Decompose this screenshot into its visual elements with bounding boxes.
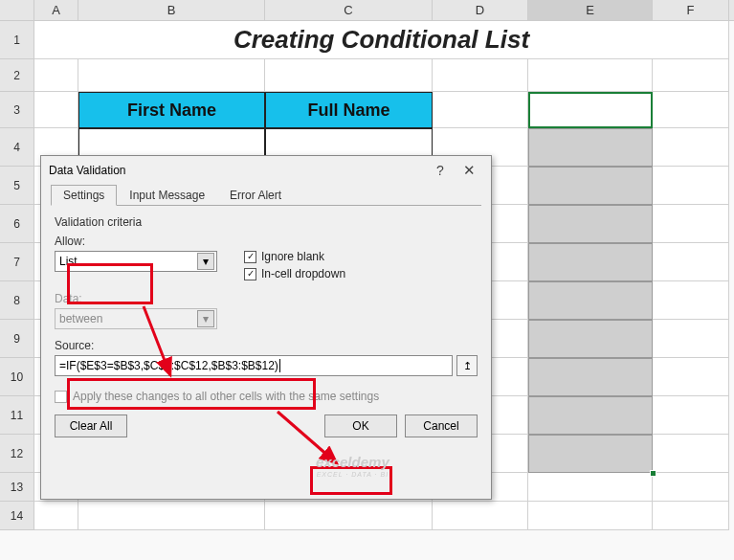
row-label-9[interactable]: 9: [0, 320, 34, 358]
range-picker-button[interactable]: ↥: [456, 355, 478, 376]
cell-E9[interactable]: [528, 320, 653, 358]
apply-all-label: Apply these changes to all other cells w…: [73, 390, 379, 403]
page-title: Creating Conditional List: [34, 21, 729, 59]
data-value: between: [59, 312, 102, 325]
row-label-5[interactable]: 5: [0, 167, 34, 205]
cell-D14[interactable]: [433, 502, 528, 530]
col-head-E[interactable]: E: [528, 0, 653, 20]
cell-F5[interactable]: [653, 167, 729, 205]
row-label-12[interactable]: 12: [0, 435, 34, 473]
cell-E3-active[interactable]: [528, 92, 653, 128]
cell-E7[interactable]: [528, 243, 653, 281]
cell-F4[interactable]: [653, 128, 729, 167]
row-label-14[interactable]: 14: [0, 502, 34, 530]
cell-B14[interactable]: [78, 502, 265, 530]
cell-F14[interactable]: [653, 502, 729, 530]
cell-B2[interactable]: [78, 59, 265, 92]
cell-D2[interactable]: [433, 59, 528, 92]
cancel-button[interactable]: Cancel: [405, 414, 478, 437]
allow-value: List: [59, 255, 78, 268]
cell-E14[interactable]: [528, 502, 653, 530]
allow-select[interactable]: List ▾: [55, 251, 217, 272]
cell-C14[interactable]: [265, 502, 433, 530]
selection-fill-handle[interactable]: [650, 470, 656, 477]
row-label-8[interactable]: 8: [0, 281, 34, 320]
row-label-7[interactable]: 7: [0, 243, 34, 281]
table-header-full-name[interactable]: Full Name: [265, 92, 433, 128]
row-label-13[interactable]: 13: [0, 473, 34, 502]
chevron-down-icon: ▾: [197, 253, 214, 270]
row-label-1[interactable]: 1: [0, 21, 34, 59]
apply-all-checkbox: [55, 391, 67, 403]
cell-E2[interactable]: [528, 59, 653, 92]
ignore-blank-label: Ignore blank: [261, 250, 324, 263]
cell-F11[interactable]: [653, 396, 729, 435]
cell-A3[interactable]: [34, 92, 78, 128]
data-label: Data:: [55, 292, 478, 305]
select-all-corner[interactable]: [0, 0, 34, 20]
row-label-3[interactable]: 3: [0, 92, 34, 128]
cell-F7[interactable]: [653, 243, 729, 281]
ok-button[interactable]: OK: [324, 414, 397, 437]
cell-E10[interactable]: [528, 358, 653, 396]
allow-label: Allow:: [55, 235, 227, 248]
col-head-A[interactable]: A: [34, 0, 78, 20]
cell-D3[interactable]: [433, 92, 528, 128]
table-header-first-name[interactable]: First Name: [78, 92, 265, 128]
cell-E4[interactable]: [528, 128, 653, 167]
dialog-title: Data Validation: [49, 164, 426, 177]
cell-F13[interactable]: [653, 473, 729, 502]
tab-error-alert[interactable]: Error Alert: [217, 185, 294, 206]
data-validation-dialog: Data Validation ? ✕ Settings Input Messa…: [40, 155, 492, 500]
col-head-D[interactable]: D: [433, 0, 528, 20]
ignore-blank-checkbox[interactable]: ✓: [244, 251, 256, 263]
source-value: =IF($E$3=$B$3,$C$3:$C$12,$B$3:$B$12): [59, 359, 278, 372]
cell-F10[interactable]: [653, 358, 729, 396]
row-label-2[interactable]: 2: [0, 59, 34, 92]
column-header-row: A B C D E F: [0, 0, 734, 21]
source-label: Source:: [55, 339, 478, 352]
cell-A2[interactable]: [34, 59, 78, 92]
row-label-4[interactable]: 4: [0, 128, 34, 167]
cell-E12[interactable]: [528, 435, 653, 473]
validation-criteria-label: Validation criteria: [55, 215, 478, 229]
cell-E6[interactable]: [528, 205, 653, 243]
col-head-F[interactable]: F: [653, 0, 729, 20]
cell-F6[interactable]: [653, 205, 729, 243]
cell-E11[interactable]: [528, 396, 653, 435]
cell-F8[interactable]: [653, 281, 729, 320]
row-label-10[interactable]: 10: [0, 358, 34, 396]
cell-E5[interactable]: [528, 167, 653, 205]
col-head-B[interactable]: B: [78, 0, 265, 20]
cell-F9[interactable]: [653, 320, 729, 358]
tab-settings[interactable]: Settings: [51, 185, 117, 206]
chevron-down-icon: ▾: [197, 310, 214, 327]
cell-E8[interactable]: [528, 281, 653, 320]
source-input[interactable]: =IF($E$3=$B$3,$C$3:$C$12,$B$3:$B$12): [55, 355, 453, 376]
in-cell-dropdown-label: In-cell dropdown: [261, 267, 345, 280]
cell-C2[interactable]: [265, 59, 433, 92]
cell-F12[interactable]: [653, 435, 729, 473]
clear-all-button[interactable]: Clear All: [55, 414, 127, 437]
dialog-help-button[interactable]: ?: [426, 163, 455, 178]
dialog-close-button[interactable]: ✕: [455, 162, 483, 179]
row-label-11[interactable]: 11: [0, 396, 34, 435]
cell-F3[interactable]: [653, 92, 729, 128]
cell-F2[interactable]: [653, 59, 729, 92]
cell-E13[interactable]: [528, 473, 653, 502]
row-1: 1 Creating Conditional List: [0, 21, 734, 59]
in-cell-dropdown-checkbox[interactable]: ✓: [244, 268, 256, 280]
cell-A14[interactable]: [34, 502, 78, 530]
tab-input-message[interactable]: Input Message: [117, 185, 217, 206]
col-head-C[interactable]: C: [265, 0, 433, 20]
row-label-6[interactable]: 6: [0, 205, 34, 243]
data-select: between ▾: [55, 308, 217, 329]
